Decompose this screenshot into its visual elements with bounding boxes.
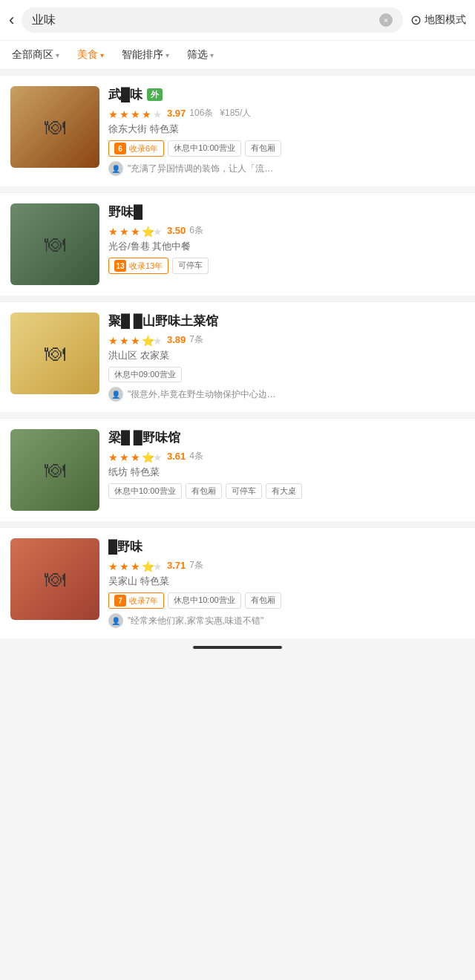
restaurant-image-2: 🍽 — [10, 313, 99, 394]
bottom-indicator — [193, 646, 282, 649]
name-text-3: 梁█ █野味馆 — [108, 429, 180, 446]
filter-bar: 全部商区▾美食▾智能排序▾筛选▾ — [0, 41, 475, 70]
comment-text-2: "很意外,毕竟在野生动物保护中心边… — [128, 388, 276, 401]
restaurant-card-4[interactable]: 🍽 █野味 ★★★⭐★ 3.71 7条吴家山 特色菜 7收录7年 休息中10:0… — [0, 528, 475, 638]
rating-row-0: ★★★★★ 3.97 106条¥185/人 — [108, 107, 465, 120]
name-text-1: 野味█ — [108, 203, 142, 220]
clear-button[interactable]: × — [379, 13, 393, 27]
star-full-1: ★ — [119, 108, 130, 119]
rating-row-3: ★★★⭐★ 3.61 4条 — [108, 450, 465, 463]
review-count-3: 4条 — [189, 450, 203, 463]
restaurant-card-3[interactable]: 🍽 梁█ █野味馆 ★★★⭐★ 3.61 4条纸坊 特色菜休息中10:00营业有… — [0, 419, 475, 521]
restaurant-card-1[interactable]: 🍽 野味█ ★★★⭐★ 3.50 6条光谷/鲁巷 其他中餐 13收录13年 可停… — [0, 193, 475, 295]
restaurant-name-4: █野味 — [108, 538, 465, 555]
map-mode-label: 地图模式 — [425, 13, 466, 27]
rating-score-1: 3.50 — [167, 225, 186, 236]
restaurant-name-3: 梁█ █野味馆 — [108, 429, 465, 446]
name-text-2: 聚█ █山野味土菜馆 — [108, 313, 218, 330]
tag-normal-2-0: 休息中09:00营业 — [108, 367, 182, 382]
tag-normal-3-1: 有包厢 — [186, 483, 222, 499]
image-placeholder-4: 🍽 — [10, 538, 99, 620]
comment-text-4: "经常来他们家,家常实惠,味道不错" — [128, 615, 263, 627]
chevron-icon-3: ▾ — [210, 51, 214, 59]
commenter-avatar-2: 👤 — [108, 387, 123, 402]
tag-num-4-0: 7 — [114, 595, 126, 607]
name-text-4: █野味 — [108, 538, 142, 555]
image-placeholder-3: 🍽 — [10, 429, 99, 511]
restaurant-name-2: 聚█ █山野味土菜馆 — [108, 313, 465, 330]
star-full-1: ★ — [119, 226, 130, 236]
restaurant-card-2[interactable]: 🍽 聚█ █山野味土菜馆 ★★★⭐★ 3.89 7条洪山区 农家菜休息中09:0… — [0, 302, 475, 412]
star-full-0: ★ — [108, 561, 119, 571]
star-full-2: ★ — [131, 108, 141, 119]
commenter-avatar-4: 👤 — [108, 613, 123, 628]
restaurant-image-0: 🍽 — [10, 86, 99, 168]
back-button[interactable]: ‹ — [9, 10, 14, 30]
star-full-2: ★ — [131, 226, 141, 236]
result-list: 🍽 武█味外 ★★★★★ 3.97 106条¥185/人徐东大街 特色菜 6收录… — [0, 76, 475, 638]
filter-item-3[interactable]: 筛选▾ — [178, 48, 223, 62]
restaurant-name-0: 武█味外 — [108, 86, 465, 103]
star-empty-4: ★ — [153, 108, 163, 119]
chevron-icon-1: ▾ — [100, 51, 104, 59]
filter-item-2[interactable]: 智能排序▾ — [113, 48, 178, 62]
star-full-1: ★ — [119, 451, 130, 462]
location-info-2: 洪山区 农家菜 — [108, 349, 465, 362]
star-full-0: ★ — [108, 226, 119, 236]
star-empty-4: ★ — [153, 561, 163, 571]
price-0: ¥185/人 — [220, 107, 251, 120]
tag-num-1-0: 13 — [114, 260, 126, 272]
restaurant-card-0[interactable]: 🍽 武█味外 ★★★★★ 3.97 106条¥185/人徐东大街 特色菜 6收录… — [0, 76, 475, 186]
star-empty-4: ★ — [153, 226, 163, 236]
filter-label-0: 全部商区 — [12, 48, 53, 62]
tags-row-4: 7收录7年 休息中10:00营业有包厢 — [108, 592, 465, 609]
restaurant-content-1: 野味█ ★★★⭐★ 3.50 6条光谷/鲁巷 其他中餐 13收录13年 可停车 — [108, 203, 465, 278]
rating-score-2: 3.89 — [167, 334, 186, 345]
star-full-1: ★ — [119, 561, 130, 571]
comment-text-0: "充满了异国情调的装饰，让人「流… — [128, 163, 273, 175]
outside-tag-0: 外 — [147, 88, 163, 101]
star-half-3: ⭐ — [142, 335, 152, 345]
filter-label-2: 智能排序 — [122, 48, 163, 62]
tag-normal-4-1: 休息中10:00营业 — [168, 592, 241, 609]
tag-normal-4-2: 有包厢 — [245, 592, 281, 609]
stars: ★★★⭐★ — [108, 451, 163, 462]
tag-years-4-0: 7收录7年 — [108, 592, 164, 609]
filter-item-0[interactable]: 全部商区▾ — [12, 48, 68, 62]
map-icon: ⊙ — [410, 12, 422, 28]
filter-item-1[interactable]: 美食▾ — [68, 48, 113, 62]
location-info-1: 光谷/鲁巷 其他中餐 — [108, 240, 465, 253]
map-mode-button[interactable]: ⊙ 地图模式 — [410, 12, 466, 28]
star-empty-4: ★ — [153, 451, 163, 462]
tags-row-2: 休息中09:00营业 — [108, 367, 465, 382]
filter-label-3: 筛选 — [187, 48, 208, 62]
tags-row-1: 13收录13年 可停车 — [108, 258, 465, 274]
tags-row-0: 6收录6年 休息中10:00营业有包厢 — [108, 140, 465, 157]
stars: ★★★⭐★ — [108, 561, 163, 571]
filter-label-1: 美食 — [77, 48, 98, 62]
tag-normal-0-1: 休息中10:00营业 — [168, 140, 241, 157]
star-empty-4: ★ — [153, 335, 163, 345]
tags-row-3: 休息中10:00营业有包厢可停车有大桌 — [108, 483, 465, 499]
search-bar[interactable]: × — [22, 7, 403, 33]
restaurant-content-0: 武█味外 ★★★★★ 3.97 106条¥185/人徐东大街 特色菜 6收录6年… — [108, 86, 465, 176]
restaurant-content-2: 聚█ █山野味土菜馆 ★★★⭐★ 3.89 7条洪山区 农家菜休息中09:00营… — [108, 313, 465, 402]
star-half-3: ⭐ — [142, 451, 152, 462]
comment-row-2: 👤 "很意外,毕竟在野生动物保护中心边… — [108, 387, 465, 402]
rating-score-0: 3.97 — [167, 108, 186, 119]
star-full-0: ★ — [108, 108, 119, 119]
search-header: ‹ × ⊙ 地图模式 — [0, 0, 475, 41]
tag-normal-1-1: 可停车 — [172, 258, 209, 274]
commenter-avatar-0: 👤 — [108, 161, 123, 176]
stars: ★★★⭐★ — [108, 335, 163, 345]
chevron-icon-0: ▾ — [56, 51, 59, 59]
restaurant-image-1: 🍽 — [10, 203, 99, 285]
restaurant-name-1: 野味█ — [108, 203, 465, 220]
star-full-0: ★ — [108, 335, 119, 345]
name-text-0: 武█味 — [108, 86, 142, 103]
image-placeholder-1: 🍽 — [10, 203, 99, 285]
star-full-0: ★ — [108, 451, 119, 462]
search-input[interactable] — [32, 13, 375, 27]
stars: ★★★★★ — [108, 108, 163, 119]
review-count-4: 7条 — [189, 559, 203, 572]
